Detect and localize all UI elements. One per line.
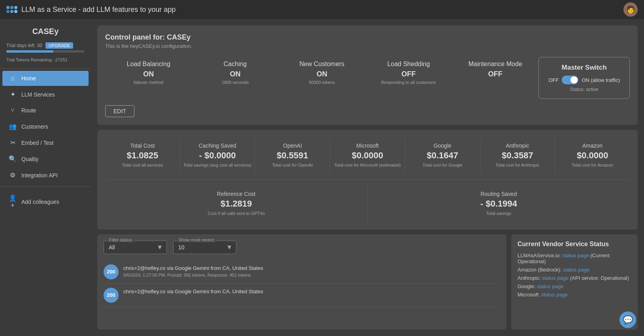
vendor-status-link[interactable]: status page bbox=[563, 267, 589, 273]
cp-item-value: ON bbox=[193, 70, 277, 78]
cost-grid-row2: Reference Cost $1.2819 Cost if all calls… bbox=[105, 179, 630, 221]
edit-button[interactable]: EDIT bbox=[105, 105, 134, 117]
sidebar-item-customers[interactable]: 👥 Customers bbox=[2, 119, 89, 134]
master-switch-toggle[interactable] bbox=[562, 76, 578, 84]
sidebar-item-label: Route bbox=[21, 107, 36, 114]
master-switch-box: Master Switch OFF ON (allow traffic) Sta… bbox=[538, 57, 630, 99]
vendor-row-microsoft: Microsoft: status page bbox=[517, 292, 631, 298]
cp-item-sub: 50000 tokens bbox=[280, 80, 364, 85]
cp-item-title: Load Balancing bbox=[107, 60, 190, 68]
sidebar-divider bbox=[0, 68, 91, 69]
cost-sub: Total cost for Google bbox=[408, 162, 477, 168]
cost-label: Anthropic bbox=[483, 142, 552, 149]
toggle-off-label: OFF bbox=[548, 77, 559, 83]
cp-item-sub: Responding to all customers bbox=[367, 80, 450, 85]
cost-label: Reference Cost bbox=[108, 191, 364, 197]
trial-info: Trial days left: 30 UPGRADE bbox=[0, 41, 91, 57]
filter-status-select[interactable]: All Success Error Pending bbox=[104, 241, 167, 254]
sidebar: CASEy Trial days left: 30 UPGRADE Trial … bbox=[0, 19, 91, 336]
cost-amazon: Amazon $0.0000 Total cost for Amazon bbox=[555, 138, 630, 173]
cp-item-sub: 1800 seconds bbox=[193, 80, 277, 85]
sidebar-item-integration-api[interactable]: ⚙ Integration API bbox=[2, 167, 89, 183]
sidebar-item-label: Add colleagues bbox=[21, 199, 59, 205]
cost-caching-saved: Caching Saved - $0.0000 Total savings (a… bbox=[180, 138, 255, 173]
filter-row: Filter status: All Success Error Pending… bbox=[104, 241, 500, 254]
filter-recent-label: Show most recent: bbox=[177, 237, 216, 242]
vendor-name: Anthropic: bbox=[517, 275, 542, 281]
sidebar-item-label: Integration API bbox=[21, 172, 58, 178]
activity-content: chris+2@hefley.co via Google Gemini from… bbox=[123, 288, 263, 296]
cost-label: Google bbox=[408, 142, 477, 149]
sidebar-item-embed-test[interactable]: ✂ Embed / Test bbox=[2, 135, 89, 150]
activity-text: chris+2@hefley.co via Google Gemini from… bbox=[123, 264, 263, 272]
cp-item-value: OFF bbox=[367, 70, 450, 78]
vendor-status-link[interactable]: status page bbox=[562, 252, 589, 258]
cp-item-title: Caching bbox=[193, 60, 277, 68]
sidebar-item-add-colleagues[interactable]: 👤+ Add colleagues bbox=[2, 190, 89, 213]
route-icon: ⑂ bbox=[9, 107, 17, 114]
filter-status-label: Filter status: bbox=[108, 237, 134, 242]
filter-recent-group: Show most recent: 10 25 50 100 ▼ bbox=[173, 241, 236, 254]
sidebar-item-label: Home bbox=[21, 75, 36, 82]
cost-reference: Reference Cost $1.2819 Cost if all calls… bbox=[105, 186, 368, 221]
sidebar-item-label: LLM Services bbox=[21, 91, 55, 98]
sidebar-item-label: Customers bbox=[21, 123, 48, 130]
toggle-on-label: ON (allow traffic) bbox=[582, 77, 620, 83]
content-area: Control panel for: CASEy This is the hey… bbox=[91, 19, 644, 336]
sidebar-bottom-divider bbox=[0, 186, 91, 187]
topbar: LLM as a Service - add LLM features to y… bbox=[0, 0, 644, 19]
cp-item-title: Load Shedding bbox=[367, 60, 450, 68]
cp-item-title: Maintenance Mode bbox=[453, 60, 537, 68]
cost-value: $0.0000 bbox=[333, 150, 402, 161]
bottom-section: Filter status: All Success Error Pending… bbox=[97, 234, 638, 330]
cp-item-maintenance-mode: Maintenance Mode OFF bbox=[452, 57, 538, 83]
cost-sub: Total cost for Microsoft (estimated) bbox=[333, 162, 402, 168]
cp-item-new-customers: New Customers ON 50000 tokens bbox=[279, 57, 365, 88]
cost-value: - $0.0000 bbox=[183, 150, 252, 161]
activity-meta: 9/5/2024, 1:27:50 PM. Prompt: 992 tokens… bbox=[123, 273, 263, 277]
cost-routing-saved: Routing Saved - $0.1994 Total savings bbox=[368, 186, 630, 221]
cost-sub: Total cost for OpenAI bbox=[258, 162, 327, 168]
sidebar-item-route[interactable]: ⑂ Route bbox=[2, 103, 89, 118]
master-switch-title: Master Switch bbox=[548, 64, 620, 72]
sidebar-item-home[interactable]: ⌂ Home bbox=[2, 71, 89, 86]
cost-value: $0.3587 bbox=[483, 150, 552, 161]
toggle-thumb bbox=[570, 76, 578, 84]
chat-bubble[interactable]: 💬 bbox=[619, 311, 636, 328]
sidebar-item-label: Embed / Test bbox=[21, 140, 53, 146]
cost-label: Microsoft bbox=[333, 142, 402, 149]
sidebar-item-llm-services[interactable]: ✦ LLM Services bbox=[2, 87, 89, 102]
cp-item-value: OFF bbox=[453, 70, 537, 78]
main-layout: CASEy Trial days left: 30 UPGRADE Trial … bbox=[0, 19, 644, 336]
cost-sub: Total cost for Amazon bbox=[558, 162, 627, 168]
customers-icon: 👥 bbox=[9, 123, 17, 130]
filter-recent-select[interactable]: 10 25 50 100 bbox=[173, 241, 236, 254]
sidebar-item-quality[interactable]: 🔍 Quality bbox=[2, 151, 89, 167]
cost-anthropic: Anthropic $0.3587 Total cost for Anthrop… bbox=[480, 138, 555, 173]
vendor-row-llmaas: LLMAsAService.io: status page (Current: … bbox=[517, 252, 631, 264]
cost-label: OpenAI bbox=[258, 142, 327, 149]
home-icon: ⌂ bbox=[9, 75, 17, 82]
sidebar-brand: CASEy bbox=[0, 24, 91, 41]
vendor-status-suffix: (API service: Operational) bbox=[570, 275, 629, 281]
vendor-status-link[interactable]: status page bbox=[537, 283, 563, 289]
vendor-status-link[interactable]: status page bbox=[542, 275, 568, 281]
avatar[interactable]: 🧑 bbox=[623, 2, 638, 17]
cost-sub: Total savings bbox=[371, 211, 627, 216]
embed-icon: ✂ bbox=[9, 139, 17, 146]
cp-item-value: ON bbox=[107, 70, 190, 78]
cost-microsoft: Microsoft $0.0000 Total cost for Microso… bbox=[330, 138, 405, 173]
cost-openai: OpenAI $0.5591 Total cost for OpenAI bbox=[255, 138, 330, 173]
app-title: LLM as a Service - add LLM features to y… bbox=[21, 6, 176, 14]
master-switch-toggle-row: OFF ON (allow traffic) bbox=[548, 76, 620, 84]
cost-total: Total Cost $1.0825 Total cost all servic… bbox=[105, 138, 180, 173]
vendor-status-link[interactable]: status page bbox=[541, 292, 568, 298]
control-panel-card: Control panel for: CASEy This is the hey… bbox=[97, 25, 638, 125]
activity-avatar: 200 bbox=[104, 264, 119, 279]
cost-card: Total Cost $1.0825 Total cost all servic… bbox=[97, 130, 638, 230]
vendor-row-amazon: Amazon (Bedrock): status page bbox=[517, 267, 631, 273]
cost-value: $0.5591 bbox=[258, 150, 327, 161]
cost-value: $1.0825 bbox=[108, 150, 177, 161]
add-colleagues-icon: 👤+ bbox=[9, 194, 17, 209]
upgrade-button[interactable]: UPGRADE bbox=[45, 42, 73, 49]
